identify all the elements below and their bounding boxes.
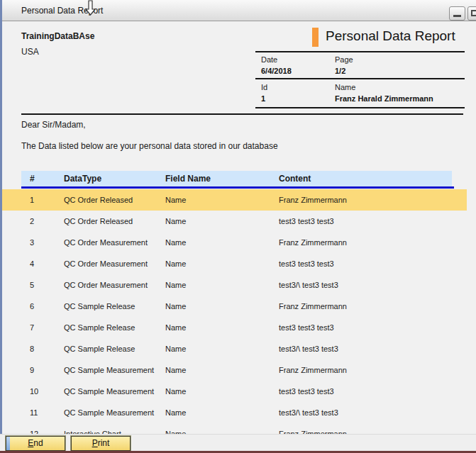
cell-number: 6: [30, 296, 34, 317]
cell-fieldname: Name: [165, 296, 186, 317]
cell-content: test3/\ test3 test3: [279, 338, 338, 359]
column-header-content: Content: [279, 174, 311, 184]
cell-datatype: QC Order Measurement: [64, 274, 148, 296]
table-body: 1 QC Order Released Name Franz Zimmerman…: [2, 189, 467, 434]
cell-number: 8: [30, 338, 34, 359]
maximize-icon: [471, 10, 476, 16]
cell-fieldname: Name: [165, 253, 186, 274]
cell-content: test3/\ test3 test3: [279, 274, 338, 296]
id-label: Id: [261, 83, 267, 91]
cell-datatype: QC Sample Release: [64, 338, 135, 359]
end-button-label-rest: nd: [33, 438, 43, 448]
date-label: Date: [261, 55, 277, 64]
letter-body: The Data listed below are your personal …: [21, 141, 278, 151]
print-button-label: P: [92, 438, 98, 448]
cell-content: test3 test3 test3: [279, 317, 334, 338]
cell-fieldname: Name: [165, 359, 186, 381]
cell-content: Franz Zimmermann: [279, 359, 347, 381]
cell-datatype: QC Order Released: [64, 189, 133, 211]
cell-fieldname: Name: [165, 338, 186, 359]
cell-content: Franz Zimmermann: [279, 189, 347, 211]
page-value: 1/2: [335, 67, 345, 75]
company-name: TrainingDataBAse: [21, 31, 94, 41]
salutation: Dear Sir/Madam,: [21, 120, 86, 130]
print-button-label-rest: rint: [98, 438, 110, 448]
column-header-datatype: DataType: [64, 174, 101, 184]
table-row[interactable]: 4 QC Order Measurement Name test3 test3 …: [2, 253, 467, 274]
cell-number: 9: [30, 359, 34, 381]
cell-fieldname: Name: [165, 274, 186, 296]
cell-fieldname: Name: [165, 402, 186, 423]
cell-datatype: QC Order Measurement: [64, 232, 148, 253]
end-button[interactable]: End: [6, 436, 65, 451]
table-row[interactable]: 2 QC Order Released Name test3 test3 tes…: [2, 211, 467, 232]
cell-number: 11: [30, 402, 38, 423]
table-row[interactable]: 9 QC Sample Measurement Name Franz Zimme…: [2, 359, 467, 381]
table-row[interactable]: 5 QC Order Measurement Name test3/\ test…: [2, 274, 467, 296]
cell-fieldname: Name: [165, 189, 186, 211]
cell-number: 7: [30, 317, 34, 338]
cell-number: 1: [30, 189, 34, 211]
mouse-cursor-icon: [85, 0, 96, 16]
cell-datatype: QC Sample Release: [64, 317, 135, 338]
table-header-underline: [21, 186, 454, 189]
minimize-icon: [453, 15, 461, 17]
cell-content: Franz Zimmermann: [279, 423, 347, 434]
cell-content: test3 test3 test3: [279, 253, 334, 274]
report-title: Personal Data Report: [326, 28, 455, 44]
cell-fieldname: Name: [165, 381, 186, 402]
cell-fieldname: Name: [165, 317, 186, 338]
table-row[interactable]: 11 QC Sample Measurement Name test3/\ te…: [2, 402, 467, 423]
table-row[interactable]: 10 QC Sample Measurement Name test3 test…: [2, 381, 467, 402]
minimize-button[interactable]: [449, 6, 465, 21]
table-row[interactable]: 8 QC Sample Release Name test3/\ test3 t…: [2, 338, 467, 359]
table-row[interactable]: 6 QC Sample Release Name Franz Zimmerman…: [2, 296, 467, 317]
table-row[interactable]: 7 QC Sample Release Name test3 test3 tes…: [2, 317, 467, 338]
name-label: Name: [335, 83, 355, 91]
focus-indicator: [6, 437, 10, 450]
country-label: USA: [21, 47, 39, 57]
cell-content: Franz Zimmermann: [279, 296, 347, 317]
cell-number: 5: [30, 274, 34, 296]
command-bar: End Print: [0, 434, 476, 451]
cell-number: 3: [30, 232, 34, 253]
cell-datatype: QC Order Measurement: [64, 253, 148, 274]
table-header: # DataType Field Name Content: [21, 171, 452, 186]
cell-content: Franz Zimmermann: [279, 232, 347, 253]
id-value: 1: [261, 94, 265, 103]
column-header-number: #: [30, 174, 35, 184]
table-row-selected[interactable]: 1 QC Order Released Name Franz Zimmerman…: [2, 189, 467, 211]
maximize-button[interactable]: [467, 6, 476, 21]
divider: [255, 51, 465, 52]
divider: [21, 113, 463, 115]
title-bar[interactable]: Personal Data Report: [0, 0, 476, 21]
cell-content: test3 test3 test3: [279, 211, 334, 232]
cell-datatype: QC Sample Measurement: [64, 381, 154, 402]
date-value: 6/4/2018: [261, 67, 292, 75]
cell-fieldname: Name: [165, 232, 186, 253]
column-header-fieldname: Field Name: [165, 174, 211, 184]
cell-fieldname: Name: [165, 423, 186, 434]
cell-fieldname: Name: [165, 211, 186, 232]
cell-datatype: QC Sample Measurement: [64, 359, 154, 381]
cell-number: 10: [30, 381, 38, 402]
cell-number: 2: [30, 211, 34, 232]
cell-datatype: QC Order Released: [64, 211, 133, 232]
table-row-clipped[interactable]: 12 Interactive Chart Name Franz Zimmerma…: [2, 423, 467, 434]
print-button[interactable]: Print: [71, 436, 131, 451]
cell-content: test3/\ test3 test3: [279, 402, 338, 423]
cell-number: 4: [30, 253, 34, 274]
name-value: Franz Harald Zimmermann: [335, 94, 433, 103]
cell-number: 12: [30, 423, 38, 434]
divider: [255, 78, 465, 79]
cell-datatype: Interactive Chart: [64, 423, 121, 434]
cell-datatype: QC Sample Measurement: [64, 402, 154, 423]
accent-bar: [312, 28, 319, 47]
page-label: Page: [335, 55, 353, 64]
cell-content: test3 test3 test3: [279, 381, 334, 402]
cell-datatype: QC Sample Release: [64, 296, 135, 317]
divider: [255, 107, 465, 108]
table-row[interactable]: 3 QC Order Measurement Name Franz Zimmer…: [2, 232, 467, 253]
